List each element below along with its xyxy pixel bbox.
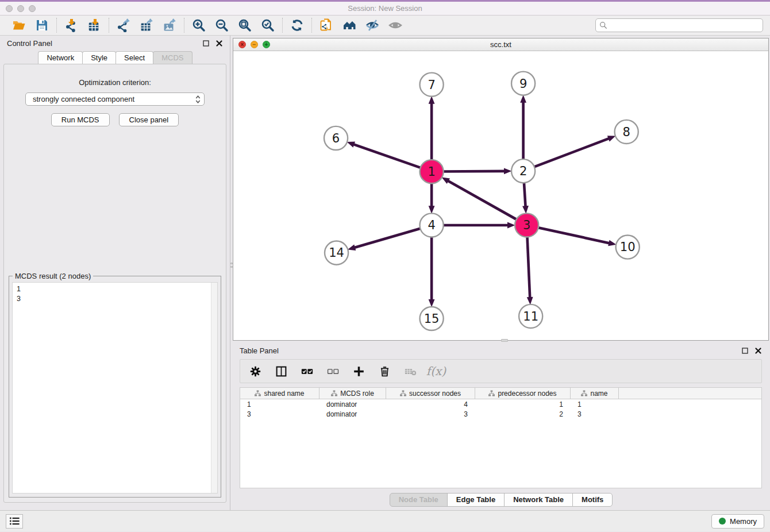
- node-4[interactable]: 4: [420, 213, 444, 237]
- export-network-icon[interactable]: [116, 18, 131, 33]
- edge-1-2[interactable]: [444, 168, 512, 174]
- cell-name[interactable]: 3: [571, 409, 619, 419]
- column-icon[interactable]: [274, 364, 288, 378]
- cell-name[interactable]: 1: [571, 399, 619, 409]
- edge-1-6[interactable]: [347, 141, 421, 167]
- network-canvas[interactable]: 7968124314101511: [233, 51, 768, 340]
- column-header-shared-name[interactable]: shared name: [240, 388, 319, 399]
- edge-1-4[interactable]: [429, 183, 435, 214]
- import-table-icon[interactable]: [87, 18, 102, 33]
- birdseye-icon[interactable]: [388, 18, 403, 33]
- zoom-in-icon[interactable]: [191, 18, 206, 33]
- memory-status-icon: [719, 518, 726, 525]
- gear-icon[interactable]: [248, 364, 262, 378]
- edge-3-1[interactable]: [442, 178, 517, 219]
- edge-2-9[interactable]: [520, 95, 526, 159]
- save-session-icon[interactable]: [34, 18, 49, 33]
- home-icon[interactable]: [342, 18, 357, 33]
- tab-network-table[interactable]: Network Table: [504, 493, 573, 507]
- zoom-out-icon[interactable]: [214, 18, 229, 33]
- node-14[interactable]: 14: [325, 241, 348, 265]
- minimize-window-icon[interactable]: [17, 5, 24, 12]
- clone-network-icon[interactable]: [319, 18, 334, 33]
- table-row[interactable]: 1dominator411: [240, 399, 761, 409]
- edge-4-14[interactable]: [348, 229, 421, 250]
- node-3[interactable]: 3: [515, 213, 538, 237]
- cell-MCDS-role[interactable]: dominator: [319, 399, 386, 409]
- open-session-icon[interactable]: [11, 18, 26, 33]
- add-icon[interactable]: [352, 364, 365, 378]
- cell-successor-nodes[interactable]: 3: [386, 409, 475, 419]
- column-header-predecessor-nodes[interactable]: predecessor nodes: [475, 388, 571, 399]
- edge-2-8[interactable]: [534, 136, 616, 167]
- network-minimize-icon[interactable]: −: [251, 41, 258, 48]
- network-window-titlebar[interactable]: × − + scc.txt: [233, 38, 768, 51]
- refresh-icon[interactable]: [290, 18, 305, 33]
- tab-style[interactable]: Style: [82, 51, 116, 64]
- edge-4-3[interactable]: [444, 222, 515, 229]
- result-scrollbar[interactable]: [211, 283, 217, 493]
- tree-icon: [488, 390, 495, 396]
- vertical-splitter-handle[interactable]: [230, 263, 233, 275]
- node-10[interactable]: 10: [616, 236, 640, 259]
- tab-mcds[interactable]: MCDS: [153, 51, 192, 64]
- cell-shared-name[interactable]: 1: [240, 399, 319, 409]
- node-1[interactable]: 1: [420, 160, 444, 183]
- network-close-icon[interactable]: ×: [238, 41, 246, 48]
- search-input[interactable]: [610, 21, 759, 30]
- criterion-select[interactable]: strongly connected component: [25, 92, 205, 106]
- window-title: Session: New Session: [0, 4, 770, 13]
- tab-select[interactable]: Select: [116, 51, 153, 64]
- close-window-icon[interactable]: [6, 5, 13, 12]
- tab-network[interactable]: Network: [38, 51, 83, 64]
- export-table-icon[interactable]: [139, 18, 154, 33]
- node-label: 11: [523, 309, 538, 323]
- float-table-panel-icon[interactable]: [741, 347, 749, 354]
- delete-icon[interactable]: [378, 364, 391, 378]
- node-11[interactable]: 11: [519, 304, 542, 328]
- cell-MCDS-role[interactable]: dominator: [319, 409, 386, 419]
- float-panel-icon[interactable]: [202, 40, 210, 47]
- tab-edge-table[interactable]: Edge Table: [447, 493, 505, 507]
- tab-node-table[interactable]: Node Table: [390, 493, 448, 507]
- edge-3-10[interactable]: [538, 228, 617, 246]
- network-maximize-icon[interactable]: +: [263, 41, 270, 48]
- select-all-icon[interactable]: [300, 364, 314, 378]
- export-image-icon[interactable]: [162, 18, 177, 33]
- close-table-panel-icon[interactable]: [754, 347, 762, 354]
- node-6[interactable]: 6: [324, 126, 348, 150]
- edge-4-15[interactable]: [429, 237, 435, 307]
- memory-button[interactable]: Memory: [711, 514, 764, 529]
- close-panel-button[interactable]: Close panel: [119, 113, 179, 126]
- cell-predecessor-nodes[interactable]: 2: [475, 409, 571, 419]
- hide-details-icon[interactable]: [365, 18, 380, 33]
- tab-motifs[interactable]: Motifs: [572, 493, 613, 507]
- node-7[interactable]: 7: [420, 73, 444, 97]
- cell-successor-nodes[interactable]: 4: [386, 399, 475, 409]
- run-mcds-button[interactable]: Run MCDS: [51, 113, 110, 126]
- import-network-icon[interactable]: [64, 18, 79, 33]
- node-9[interactable]: 9: [511, 72, 535, 95]
- column-header-successor-nodes[interactable]: successor nodes: [386, 388, 475, 399]
- edge-2-3[interactable]: [522, 183, 529, 214]
- horizontal-splitter-handle[interactable]: [501, 339, 508, 342]
- node-8[interactable]: 8: [615, 120, 638, 144]
- main-toolbar: [0, 16, 770, 36]
- cell-predecessor-nodes[interactable]: 1: [475, 399, 571, 409]
- table-row[interactable]: 3dominator323: [240, 409, 761, 419]
- deselect-all-icon[interactable]: [326, 364, 340, 378]
- edge-1-7[interactable]: [429, 96, 435, 160]
- edge-3-11[interactable]: [527, 237, 533, 305]
- close-panel-icon[interactable]: [215, 40, 223, 47]
- select-stepper-icon: [195, 95, 201, 104]
- maximize-window-icon[interactable]: [29, 5, 36, 12]
- column-header-MCDS-role[interactable]: MCDS role: [319, 388, 386, 399]
- zoom-fit-icon[interactable]: [237, 18, 252, 33]
- node-2[interactable]: 2: [511, 159, 535, 183]
- zoom-selected-icon[interactable]: [260, 18, 275, 33]
- search-box[interactable]: [595, 18, 763, 32]
- column-header-name[interactable]: name: [571, 388, 619, 399]
- cell-shared-name[interactable]: 3: [240, 409, 319, 419]
- node-15[interactable]: 15: [420, 307, 444, 330]
- task-history-button[interactable]: [6, 514, 23, 529]
